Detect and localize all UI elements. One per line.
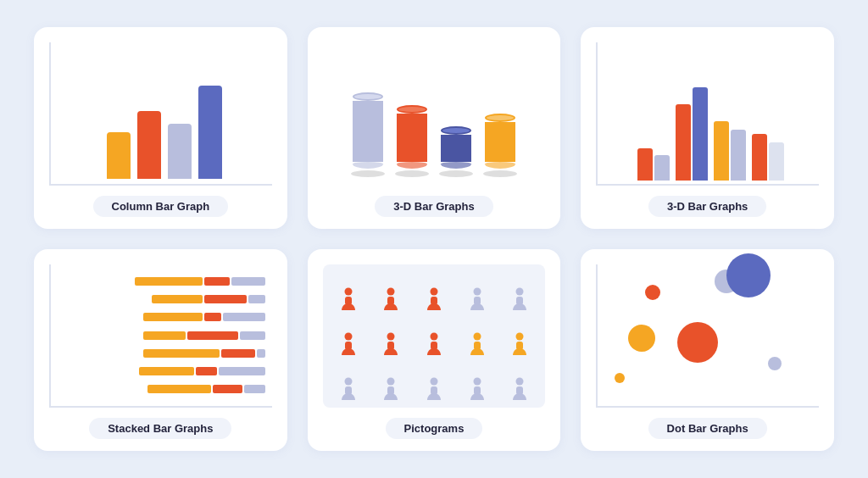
segment <box>187 331 238 340</box>
segment <box>223 313 265 321</box>
cylinder-group <box>395 105 429 177</box>
segment <box>248 295 265 303</box>
card-label: 3-D Bar Graphs <box>648 196 766 217</box>
card-stacked-bar-graphs: Stacked Bar Graphs <box>34 249 287 451</box>
segment <box>204 295 247 303</box>
figure <box>372 377 410 401</box>
bar <box>107 132 131 179</box>
cylinder-group <box>439 126 473 177</box>
bar3d-group <box>752 134 784 181</box>
svg-point-14 <box>430 333 437 341</box>
stacked-row <box>143 331 265 340</box>
segment <box>219 367 265 375</box>
column-bar-chart <box>49 42 272 186</box>
svg-rect-19 <box>516 342 523 350</box>
svg-rect-3 <box>387 297 394 305</box>
svg-rect-11 <box>345 342 352 350</box>
bar3d <box>752 134 767 181</box>
segment <box>221 349 255 358</box>
bar3d-group <box>637 148 670 181</box>
bubble <box>768 357 782 370</box>
svg-point-10 <box>344 333 352 341</box>
card-3d-bar-graphs-colored: 3-D Bar Graphs <box>581 27 834 229</box>
svg-rect-15 <box>431 342 437 350</box>
segment <box>240 331 265 340</box>
svg-point-6 <box>473 288 481 296</box>
svg-rect-7 <box>474 297 481 305</box>
bubble <box>615 373 625 383</box>
segment <box>196 367 217 375</box>
svg-rect-17 <box>474 342 481 350</box>
svg-rect-27 <box>474 386 481 395</box>
bubble <box>726 253 771 297</box>
svg-point-26 <box>473 378 481 386</box>
segment <box>139 367 194 375</box>
card-label: 3-D Bar Graphs <box>375 196 492 217</box>
card-pictograms: Pictograms <box>308 249 561 451</box>
svg-rect-29 <box>516 386 523 395</box>
bar <box>198 86 222 179</box>
bar3d-group <box>714 121 746 181</box>
figure <box>415 332 453 356</box>
figure <box>501 332 539 356</box>
svg-rect-1 <box>345 297 352 305</box>
svg-rect-25 <box>431 386 437 395</box>
figure <box>372 332 410 356</box>
figure <box>458 377 496 401</box>
svg-point-4 <box>430 288 437 296</box>
bars3d-chart <box>596 42 819 186</box>
svg-rect-9 <box>516 297 523 305</box>
segment <box>143 349 220 358</box>
stacked-row <box>143 313 265 321</box>
svg-rect-21 <box>345 386 352 395</box>
segment <box>143 313 203 321</box>
svg-point-22 <box>387 378 395 386</box>
cylinder-group <box>351 92 385 177</box>
figure <box>415 377 453 401</box>
figure <box>501 287 539 311</box>
card-3d-bar-graphs-cylinders: 3-D Bar Graphs <box>308 27 561 229</box>
figure <box>458 287 496 311</box>
bubble <box>645 285 660 300</box>
card-label: Column Bar Graph <box>93 196 229 217</box>
card-label: Dot Bar Graphs <box>648 418 767 439</box>
card-label: Pictograms <box>386 418 483 439</box>
bar3d <box>654 155 670 181</box>
segment <box>204 277 230 286</box>
svg-point-8 <box>516 288 524 296</box>
card-dot-bar-graphs: Dot Bar Graphs <box>581 249 834 451</box>
figure <box>330 332 368 356</box>
segment <box>143 331 186 340</box>
bar3d <box>731 130 746 181</box>
svg-point-28 <box>516 378 524 386</box>
bubble <box>677 322 718 363</box>
svg-rect-5 <box>431 297 437 305</box>
stacked-row <box>152 295 265 303</box>
svg-point-24 <box>430 378 437 386</box>
segment <box>244 385 265 393</box>
bubble <box>628 325 655 352</box>
bar <box>137 111 161 179</box>
chart-gallery: Column Bar Graph <box>0 0 868 478</box>
segment <box>204 313 221 321</box>
segment <box>257 349 265 358</box>
stacked-row <box>147 385 265 393</box>
figure <box>458 332 496 356</box>
figure <box>330 287 368 311</box>
bar3d-group <box>676 87 708 181</box>
bar <box>168 124 192 179</box>
stacked-row <box>139 367 265 375</box>
segment <box>213 385 242 393</box>
figure <box>501 377 539 401</box>
cylinder-group <box>483 114 517 177</box>
pictogram-chart <box>323 264 546 408</box>
figure <box>415 287 453 311</box>
segment <box>147 385 211 393</box>
figure <box>372 287 410 311</box>
card-label: Stacked Bar Graphs <box>89 418 231 439</box>
figure <box>330 377 368 401</box>
segment <box>152 295 203 303</box>
cylinder-chart <box>323 42 546 186</box>
bar3d <box>769 142 784 181</box>
stacked-row <box>143 349 265 358</box>
